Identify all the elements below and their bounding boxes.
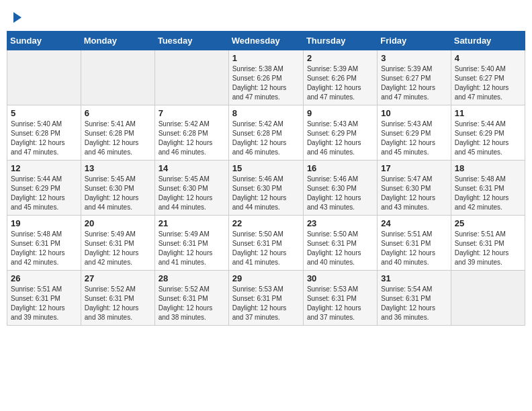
- day-number: 1: [232, 53, 300, 63]
- column-header-sunday: Sunday: [7, 32, 81, 50]
- calendar-cell: 29Sunrise: 5:53 AM Sunset: 6:31 PM Dayli…: [228, 271, 303, 326]
- day-info: Sunrise: 5:44 AM Sunset: 6:29 PM Dayligh…: [11, 175, 77, 212]
- page-header: [7, 7, 525, 26]
- calendar-cell: 2Sunrise: 5:39 AM Sunset: 6:26 PM Daylig…: [303, 50, 377, 105]
- day-number: 7: [159, 108, 225, 118]
- calendar-cell: 26Sunrise: 5:51 AM Sunset: 6:31 PM Dayli…: [7, 271, 81, 326]
- day-info: Sunrise: 5:39 AM Sunset: 6:27 PM Dayligh…: [381, 64, 447, 102]
- day-info: Sunrise: 5:39 AM Sunset: 6:26 PM Dayligh…: [307, 64, 373, 102]
- day-number: 13: [85, 163, 151, 173]
- day-number: 25: [455, 218, 521, 228]
- day-number: 6: [85, 108, 151, 118]
- day-info: Sunrise: 5:51 AM Sunset: 6:31 PM Dayligh…: [381, 230, 447, 267]
- day-number: 24: [381, 218, 447, 228]
- calendar-week-row: 19Sunrise: 5:48 AM Sunset: 6:31 PM Dayli…: [7, 216, 525, 271]
- calendar-cell: 19Sunrise: 5:48 AM Sunset: 6:31 PM Dayli…: [7, 216, 81, 271]
- day-number: 10: [381, 108, 447, 118]
- calendar-header-row: SundayMondayTuesdayWednesdayThursdayFrid…: [7, 32, 525, 50]
- day-number: 11: [455, 108, 521, 118]
- calendar-cell: 10Sunrise: 5:43 AM Sunset: 6:29 PM Dayli…: [378, 105, 451, 161]
- calendar-cell: 6Sunrise: 5:41 AM Sunset: 6:28 PM Daylig…: [81, 105, 154, 161]
- day-info: Sunrise: 5:53 AM Sunset: 6:31 PM Dayligh…: [307, 285, 373, 322]
- calendar-week-row: 1Sunrise: 5:38 AM Sunset: 6:26 PM Daylig…: [7, 50, 525, 105]
- column-header-saturday: Saturday: [451, 32, 525, 50]
- calendar-cell: 28Sunrise: 5:52 AM Sunset: 6:31 PM Dayli…: [154, 271, 228, 326]
- calendar-cell: 11Sunrise: 5:44 AM Sunset: 6:29 PM Dayli…: [451, 105, 525, 161]
- day-info: Sunrise: 5:54 AM Sunset: 6:31 PM Dayligh…: [381, 285, 447, 322]
- calendar-week-row: 12Sunrise: 5:44 AM Sunset: 6:29 PM Dayli…: [7, 161, 525, 216]
- day-number: 17: [381, 163, 447, 173]
- day-info: Sunrise: 5:52 AM Sunset: 6:31 PM Dayligh…: [85, 285, 151, 322]
- calendar-cell: 17Sunrise: 5:47 AM Sunset: 6:30 PM Dayli…: [378, 161, 451, 216]
- day-number: 23: [307, 218, 373, 228]
- calendar-cell: 14Sunrise: 5:45 AM Sunset: 6:30 PM Dayli…: [154, 161, 228, 216]
- calendar-cell: 1Sunrise: 5:38 AM Sunset: 6:26 PM Daylig…: [228, 50, 303, 105]
- day-info: Sunrise: 5:52 AM Sunset: 6:31 PM Dayligh…: [159, 285, 225, 322]
- day-number: 28: [159, 273, 225, 283]
- day-info: Sunrise: 5:45 AM Sunset: 6:30 PM Dayligh…: [85, 175, 151, 212]
- day-info: Sunrise: 5:48 AM Sunset: 6:31 PM Dayligh…: [455, 175, 521, 212]
- calendar-cell: 8Sunrise: 5:42 AM Sunset: 6:28 PM Daylig…: [228, 105, 303, 161]
- day-info: Sunrise: 5:51 AM Sunset: 6:31 PM Dayligh…: [11, 285, 77, 322]
- day-number: 4: [455, 53, 521, 63]
- column-header-wednesday: Wednesday: [228, 32, 303, 50]
- day-number: 12: [11, 163, 77, 173]
- calendar-cell: 7Sunrise: 5:42 AM Sunset: 6:28 PM Daylig…: [154, 105, 228, 161]
- day-number: 5: [11, 108, 77, 118]
- calendar-week-row: 5Sunrise: 5:40 AM Sunset: 6:28 PM Daylig…: [7, 105, 525, 161]
- calendar-cell: 9Sunrise: 5:43 AM Sunset: 6:29 PM Daylig…: [303, 105, 377, 161]
- calendar-cell: 18Sunrise: 5:48 AM Sunset: 6:31 PM Dayli…: [451, 161, 525, 216]
- calendar-cell: 23Sunrise: 5:50 AM Sunset: 6:31 PM Dayli…: [303, 216, 377, 271]
- column-header-monday: Monday: [81, 32, 154, 50]
- day-number: 8: [232, 108, 300, 118]
- day-number: 30: [307, 273, 373, 283]
- day-number: 2: [307, 53, 373, 63]
- day-info: Sunrise: 5:53 AM Sunset: 6:31 PM Dayligh…: [232, 285, 300, 322]
- column-header-friday: Friday: [378, 32, 451, 50]
- calendar-cell: 21Sunrise: 5:49 AM Sunset: 6:31 PM Dayli…: [154, 216, 228, 271]
- day-info: Sunrise: 5:42 AM Sunset: 6:28 PM Dayligh…: [232, 120, 300, 157]
- calendar-cell: 25Sunrise: 5:51 AM Sunset: 6:31 PM Dayli…: [451, 216, 525, 271]
- day-info: Sunrise: 5:50 AM Sunset: 6:31 PM Dayligh…: [232, 230, 300, 267]
- calendar-cell: [451, 271, 525, 326]
- day-number: 21: [159, 218, 225, 228]
- day-info: Sunrise: 5:44 AM Sunset: 6:29 PM Dayligh…: [455, 120, 521, 157]
- day-number: 16: [307, 163, 373, 173]
- calendar-cell: 30Sunrise: 5:53 AM Sunset: 6:31 PM Dayli…: [303, 271, 377, 326]
- day-info: Sunrise: 5:45 AM Sunset: 6:30 PM Dayligh…: [159, 175, 225, 212]
- calendar-cell: [154, 50, 228, 105]
- day-info: Sunrise: 5:49 AM Sunset: 6:31 PM Dayligh…: [159, 230, 225, 267]
- logo: [12, 9, 21, 23]
- day-number: 22: [232, 218, 300, 228]
- day-number: 14: [159, 163, 225, 173]
- day-info: Sunrise: 5:46 AM Sunset: 6:30 PM Dayligh…: [232, 175, 300, 212]
- day-number: 27: [85, 273, 151, 283]
- column-header-tuesday: Tuesday: [154, 32, 228, 50]
- day-info: Sunrise: 5:42 AM Sunset: 6:28 PM Dayligh…: [159, 120, 225, 157]
- day-info: Sunrise: 5:40 AM Sunset: 6:28 PM Dayligh…: [11, 120, 77, 157]
- day-info: Sunrise: 5:46 AM Sunset: 6:30 PM Dayligh…: [307, 175, 373, 212]
- calendar-cell: 15Sunrise: 5:46 AM Sunset: 6:30 PM Dayli…: [228, 161, 303, 216]
- logo-arrow-icon: [13, 12, 21, 23]
- day-info: Sunrise: 5:50 AM Sunset: 6:31 PM Dayligh…: [307, 230, 373, 267]
- day-info: Sunrise: 5:38 AM Sunset: 6:26 PM Dayligh…: [232, 64, 300, 102]
- calendar-cell: 16Sunrise: 5:46 AM Sunset: 6:30 PM Dayli…: [303, 161, 377, 216]
- day-info: Sunrise: 5:41 AM Sunset: 6:28 PM Dayligh…: [85, 120, 151, 157]
- day-info: Sunrise: 5:40 AM Sunset: 6:27 PM Dayligh…: [455, 64, 521, 102]
- calendar-cell: 27Sunrise: 5:52 AM Sunset: 6:31 PM Dayli…: [81, 271, 154, 326]
- day-number: 3: [381, 53, 447, 63]
- day-info: Sunrise: 5:43 AM Sunset: 6:29 PM Dayligh…: [307, 120, 373, 157]
- day-number: 19: [11, 218, 77, 228]
- day-info: Sunrise: 5:43 AM Sunset: 6:29 PM Dayligh…: [381, 120, 447, 157]
- calendar-cell: 22Sunrise: 5:50 AM Sunset: 6:31 PM Dayli…: [228, 216, 303, 271]
- calendar-week-row: 26Sunrise: 5:51 AM Sunset: 6:31 PM Dayli…: [7, 271, 525, 326]
- calendar-cell: 24Sunrise: 5:51 AM Sunset: 6:31 PM Dayli…: [378, 216, 451, 271]
- calendar-cell: 3Sunrise: 5:39 AM Sunset: 6:27 PM Daylig…: [378, 50, 451, 105]
- day-number: 31: [381, 273, 447, 283]
- day-number: 29: [232, 273, 300, 283]
- day-number: 15: [232, 163, 300, 173]
- column-header-thursday: Thursday: [303, 32, 377, 50]
- calendar-table: SundayMondayTuesdayWednesdayThursdayFrid…: [7, 31, 525, 326]
- calendar-cell: 4Sunrise: 5:40 AM Sunset: 6:27 PM Daylig…: [451, 50, 525, 105]
- calendar-cell: 12Sunrise: 5:44 AM Sunset: 6:29 PM Dayli…: [7, 161, 81, 216]
